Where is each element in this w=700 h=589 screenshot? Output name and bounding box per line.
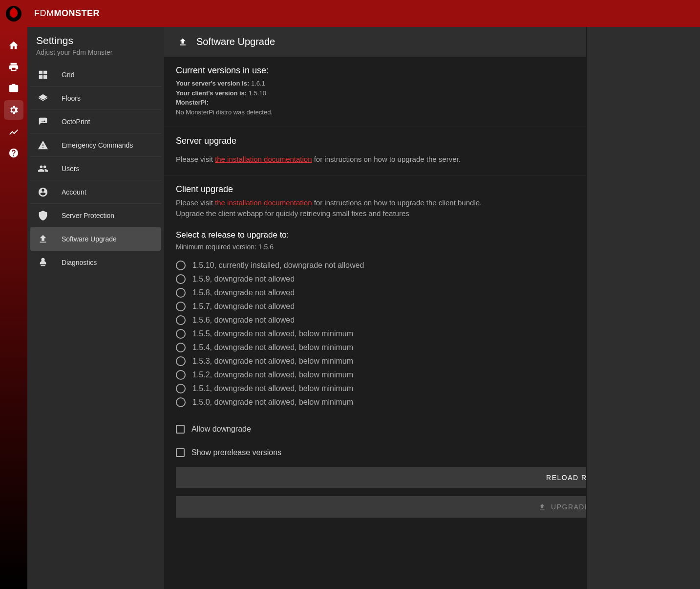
diagnostics-icon [37, 257, 49, 268]
rail-print[interactable] [4, 57, 23, 77]
radio-icon [176, 370, 186, 380]
sidebar-item-label: Users [62, 165, 80, 173]
sidebar-item-label: Diagnostics [62, 259, 97, 266]
sidebar-item-account[interactable]: Account [30, 180, 161, 204]
release-label: 1.5.6, downgrade not allowed [192, 316, 295, 325]
release-label: 1.5.9, downgrade not allowed [192, 275, 295, 284]
logo-icon [6, 6, 21, 22]
server-doc-link[interactable]: the installation documentation [215, 155, 312, 163]
brand-title: FDMMONSTER [34, 8, 100, 19]
release-label: 1.5.4, downgrade not allowed, below mini… [192, 343, 353, 352]
sidebar-item-grid[interactable]: Grid [30, 63, 161, 87]
radio-icon [176, 302, 186, 311]
sidebar-item-label: Floors [62, 94, 81, 102]
radio-icon [176, 329, 186, 339]
page-title: Software Upgrade [196, 36, 275, 47]
sidebar-item-label: OctoPrint [62, 118, 90, 126]
radio-icon [176, 384, 186, 393]
sidebar-item-floors[interactable]: Floors [30, 87, 161, 110]
sidebar-item-label: Server Protection [62, 212, 114, 219]
radio-icon [176, 261, 186, 270]
sidebar-item-label: Account [62, 188, 86, 196]
checkbox-icon [176, 425, 185, 434]
checkbox-icon [176, 448, 185, 457]
account-icon [37, 187, 49, 197]
sidebar-title: Settings [36, 35, 155, 46]
sidebar-item-octoprint[interactable]: OctoPrint [30, 110, 161, 133]
release-label: 1.5.2, downgrade not allowed, below mini… [192, 371, 353, 379]
settings-sidebar: Settings Adjust your Fdm Monster GridFlo… [27, 27, 164, 589]
sidebar-item-label: Software Upgrade [62, 235, 117, 243]
upgrade-icon [538, 503, 546, 511]
radio-icon [176, 397, 186, 407]
release-label: 1.5.7, downgrade not allowed [192, 302, 295, 311]
rail-home[interactable] [4, 36, 23, 55]
release-label: 1.5.1, downgrade not allowed, below mini… [192, 384, 353, 393]
release-label: 1.5.10, currently installed, downgrade n… [192, 261, 364, 270]
sidebar-item-users[interactable]: Users [30, 157, 161, 180]
upgrade-icon [178, 37, 188, 47]
rail-settings[interactable] [4, 100, 23, 120]
release-label: 1.5.8, downgrade not allowed [192, 288, 295, 297]
grid-icon [37, 69, 49, 80]
release-label: 1.5.3, downgrade not allowed, below mini… [192, 357, 353, 366]
upgrade-icon [37, 234, 49, 244]
rail-help[interactable] [4, 143, 23, 163]
sidebar-subtitle: Adjust your Fdm Monster [36, 48, 155, 56]
release-label: 1.5.5, downgrade not allowed, below mini… [192, 329, 353, 338]
sidebar-item-diagnostics[interactable]: Diagnostics [30, 251, 161, 274]
sidebar-item-upgrade[interactable]: Software Upgrade [30, 227, 161, 251]
sidebar-item-label: Emergency Commands [62, 141, 133, 149]
rail-analytics[interactable] [4, 122, 23, 141]
radio-icon [176, 274, 186, 284]
users-icon [37, 163, 49, 174]
sidebar-item-protection[interactable]: Server Protection [30, 204, 161, 227]
sidebar-item-label: Grid [62, 71, 74, 79]
client-doc-link[interactable]: the installation documentation [215, 198, 312, 207]
radio-icon [176, 343, 186, 352]
rail-camera[interactable] [4, 79, 23, 98]
radio-icon [176, 315, 186, 325]
radio-icon [176, 356, 186, 366]
emergency-icon [37, 140, 49, 151]
topbar: FDMMONSTER [0, 0, 700, 27]
octoprint-icon [37, 116, 49, 127]
release-label: 1.5.0, downgrade not allowed, below mini… [192, 398, 353, 407]
right-panel-placeholder [586, 0, 700, 589]
floors-icon [37, 93, 49, 104]
sidebar-item-emergency[interactable]: Emergency Commands [30, 133, 161, 157]
protection-icon [37, 210, 49, 221]
icon-rail [0, 27, 27, 589]
radio-icon [176, 288, 186, 298]
